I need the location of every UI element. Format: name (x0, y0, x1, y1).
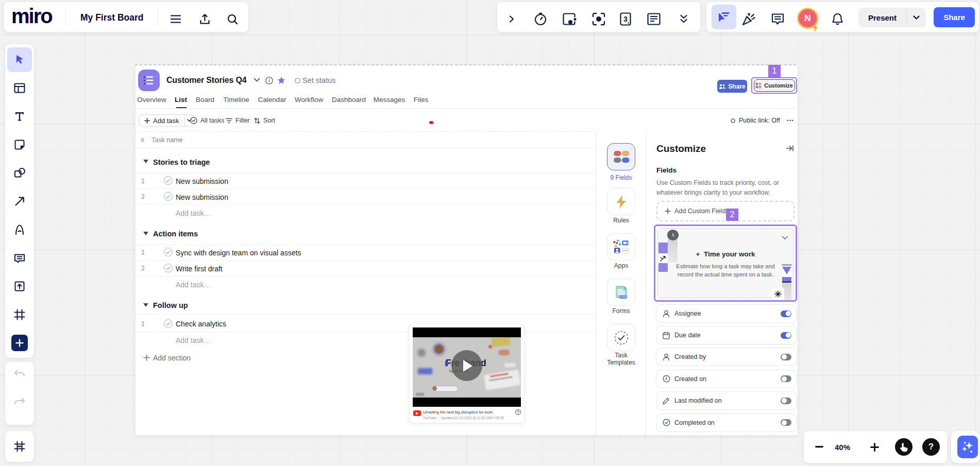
svg-text:3: 3 (623, 15, 628, 23)
svg-text:FORM: FORM (619, 296, 626, 298)
